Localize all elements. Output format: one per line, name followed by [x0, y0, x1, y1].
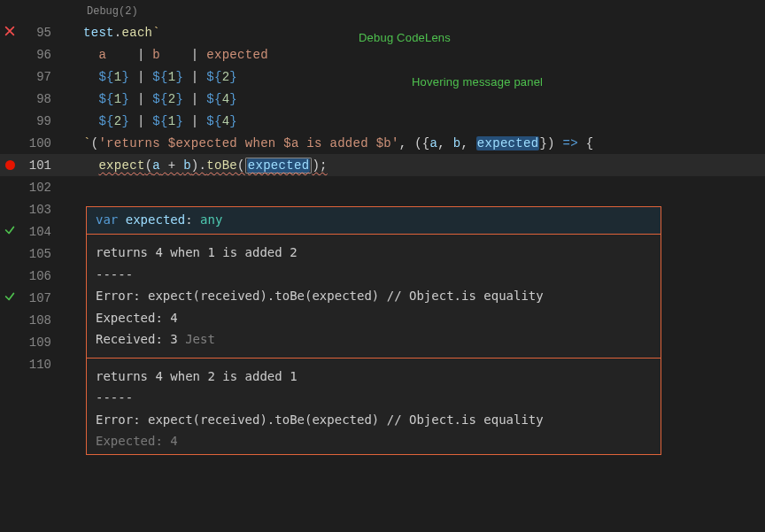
gutter[interactable] — [0, 25, 19, 41]
hover-error-1: returns 4 when 1 is added 2 ----- Error:… — [87, 235, 661, 359]
line-number: 101 — [19, 158, 62, 173]
code-content[interactable]: `('returns $expected when $a is added $b… — [62, 136, 593, 150]
line-number: 99 — [19, 114, 62, 128]
code-line[interactable]: 99 ${2} | ${1} | ${4} — [0, 110, 765, 132]
code-line[interactable]: 101 expect(a + b).toBe(expected); — [0, 154, 765, 176]
line-number: 96 — [19, 48, 62, 62]
code-line[interactable]: 102 — [0, 176, 765, 198]
code-content[interactable]: test.each` — [62, 26, 160, 40]
gutter[interactable] — [0, 224, 19, 240]
pass-icon — [4, 290, 16, 306]
code-line[interactable]: 96 a | b | expected — [0, 43, 765, 66]
code-content[interactable]: ${1} | ${1} | ${2} — [62, 70, 237, 84]
annotation-hover-panel: Hovering message panel — [412, 75, 543, 89]
line-number: 109 — [19, 335, 62, 350]
line-number: 98 — [19, 92, 62, 106]
line-number: 110 — [19, 358, 62, 372]
hover-type: any — [200, 212, 222, 227]
hover-var-name: expected — [126, 212, 185, 227]
hover-error-body: Error: expect(received).toBe(expected) /… — [96, 409, 652, 431]
hover-error-body: Error: expect(received).toBe(expected) /… — [96, 285, 652, 307]
fail-icon — [4, 25, 16, 41]
line-number: 104 — [19, 225, 62, 239]
codelens-debug[interactable]: Debug(2) — [0, 0, 765, 21]
code-line[interactable]: 98 ${1} | ${2} | ${4} — [0, 88, 765, 110]
code-content[interactable]: a | b | expected — [62, 48, 268, 62]
code-content[interactable]: expect(a + b).toBe(expected); — [62, 158, 328, 173]
line-number: 100 — [19, 136, 62, 150]
line-number: 106 — [19, 269, 62, 283]
code-line[interactable]: 100`('returns $expected when $a is added… — [0, 132, 765, 154]
hover-keyword: var — [96, 212, 118, 227]
line-number: 102 — [19, 181, 62, 195]
line-number: 108 — [19, 313, 62, 328]
annotation-debug-codelens: Debug CodeLens — [359, 31, 451, 44]
breakpoint-icon[interactable] — [5, 160, 15, 170]
pass-icon — [4, 224, 16, 240]
line-number: 103 — [19, 203, 62, 217]
hover-error-title: returns 4 when 2 is added 1 — [96, 366, 652, 388]
gutter[interactable] — [0, 290, 19, 306]
line-number: 97 — [19, 70, 62, 84]
hover-source-label: Jest — [185, 332, 215, 346]
hover-error-title: returns 4 when 1 is added 2 — [96, 242, 652, 264]
hover-message-panel: var expected: any returns 4 when 1 is ad… — [86, 206, 661, 455]
line-number: 107 — [19, 291, 62, 305]
code-line[interactable]: 97 ${1} | ${1} | ${2} — [0, 66, 765, 88]
line-number: 95 — [19, 26, 62, 40]
gutter[interactable] — [0, 160, 19, 170]
code-content[interactable]: ${1} | ${2} | ${4} — [62, 92, 237, 106]
hover-signature: var expected: any — [87, 207, 661, 235]
hover-error-2: returns 4 when 2 is added 1 ----- Error:… — [87, 359, 661, 454]
line-number: 105 — [19, 247, 62, 261]
code-content[interactable]: ${2} | ${1} | ${4} — [62, 114, 237, 128]
